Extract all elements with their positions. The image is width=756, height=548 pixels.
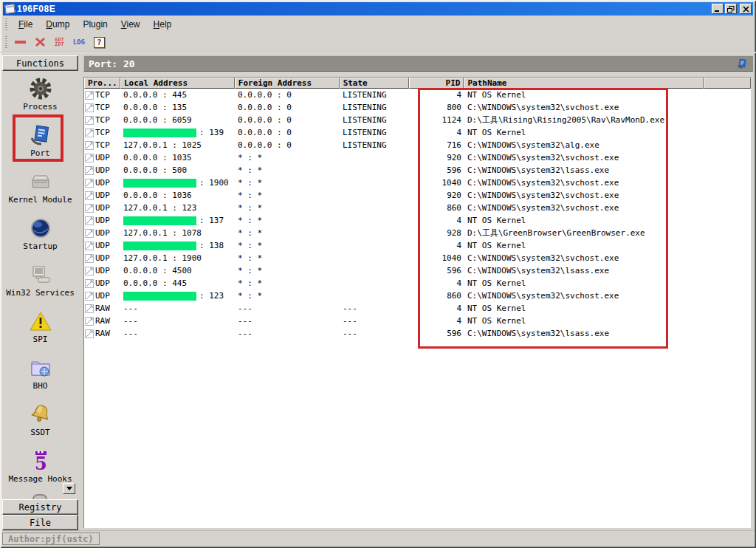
help-button[interactable]: ? [91, 34, 108, 50]
menu-file[interactable]: File [12, 18, 39, 31]
port-panel-icon[interactable] [735, 57, 749, 70]
red-x-icon [35, 37, 46, 47]
cell-pathname: NT OS Kernel [464, 316, 704, 326]
close-icon [743, 6, 749, 13]
cell-local-address: : 123 [120, 291, 235, 301]
table-row[interactable]: UDP0.0.0.0 : 445* : *4NT OS Kernel [84, 277, 751, 290]
cell-pathname: NT OS Kernel [464, 278, 704, 288]
table-row[interactable]: UDP: 137* : *4NT OS Kernel [84, 214, 751, 227]
menu-grip[interactable] [5, 18, 7, 30]
process-icon [29, 77, 52, 100]
column-header-local-address[interactable]: Local Address [120, 78, 235, 89]
cell-local-address: --- [120, 329, 235, 338]
menu-plugin-rest: Plugin [83, 19, 107, 30]
cell-pid: 800 [409, 103, 464, 112]
author-label: Author:pjf(ustc) [2, 532, 100, 545]
socket-icon [85, 242, 94, 250]
table-row[interactable]: TCP0.0.0.0 : 1350.0.0.0 : 0LISTENING800C… [84, 101, 751, 114]
cell-protocol: UDP [84, 153, 120, 162]
table-row[interactable]: UDP127.0.0.1 : 123* : *860C:\WINDOWS\sys… [84, 202, 751, 214]
startup-icon [29, 216, 52, 240]
sidebar-item-kernel-module[interactable]: Kernel Module [2, 167, 78, 213]
cell-local-address: 0.0.0.0 : 445 [120, 90, 235, 100]
menu-help-rest: elp [159, 19, 171, 30]
table-row[interactable]: UDP: 138* : *4NT OS Kernel [84, 239, 751, 252]
cell-protocol: UDP [84, 228, 120, 238]
table-row[interactable]: UDP: 123* : *860C:\WINDOWS\system32\svch… [84, 290, 751, 302]
column-header-state[interactable]: State [340, 78, 409, 89]
column-header-pathname[interactable]: PathName [464, 78, 704, 89]
cell-local-address: 0.0.0.0 : 135 [120, 103, 235, 112]
cell-foreign-address: * : * [235, 203, 340, 213]
column-header-foreign-address[interactable]: Foreign Address [235, 78, 340, 89]
menu-plugin[interactable]: Plugin [76, 18, 114, 31]
table-row[interactable]: UDP0.0.0.0 : 1035* : *920C:\WINDOWS\syst… [84, 151, 751, 164]
registry-button[interactable]: Registry [2, 499, 78, 515]
column-header-protocol[interactable]: Pro... [84, 78, 120, 89]
cell-local-address: : 137 [120, 216, 235, 225]
cell-foreign-address: * : * [235, 241, 340, 250]
cell-foreign-address: * : * [235, 278, 340, 288]
sidebar-scroll-down-button[interactable] [63, 483, 75, 494]
log-button[interactable]: LOG [70, 34, 88, 50]
disconnect-button[interactable] [12, 34, 29, 50]
redacted-ip [123, 216, 196, 225]
sidebar-item-process[interactable]: Process [2, 74, 78, 120]
table-row[interactable]: RAW---------4NT OS Kernel [84, 315, 751, 327]
cell-foreign-address: 0.0.0.0 : 0 [235, 140, 340, 150]
minus-icon [15, 41, 26, 44]
restore-icon [727, 6, 735, 13]
cell-foreign-address: 0.0.0.0 : 0 [235, 115, 340, 125]
minimize-button[interactable] [712, 4, 724, 14]
cell-local-address: 127.0.0.1 : 1900 [120, 253, 235, 263]
table-row[interactable]: RAW---------596C:\WINDOWS\system32\lsass… [84, 327, 751, 340]
cell-pathname: NT OS Kernel [464, 128, 704, 137]
menu-help[interactable]: Help [147, 18, 179, 31]
status-bar: Author:pjf(ustc) [2, 531, 754, 547]
menu-dump[interactable]: Dump [39, 18, 76, 31]
table-row[interactable]: UDP: 1900* : *1040C:\WINDOWS\system32\sv… [84, 177, 751, 189]
cell-pid: 4 [409, 304, 464, 313]
table-row[interactable]: TCP: 1390.0.0.0 : 0LISTENING4NT OS Kerne… [84, 126, 751, 139]
column-header-pid[interactable]: PID [409, 78, 464, 89]
toolbar-grip[interactable] [5, 36, 7, 48]
sidebar-item-spi[interactable]: SPI [2, 306, 78, 353]
close-button[interactable] [740, 4, 752, 14]
cell-pathname: C:\WINDOWS\system32\svchost.exe [464, 178, 704, 188]
cell-state: LISTENING [340, 115, 409, 125]
cell-protocol: UDP [84, 253, 120, 263]
sidebar-item-ssdt[interactable]: SSDT [2, 400, 78, 446]
menu-bar: File Dump Plugin View Help [3, 16, 753, 32]
cell-state: --- [340, 304, 409, 313]
table-row[interactable]: UDP0.0.0.0 : 4500* : *596C:\WINDOWS\syst… [84, 264, 751, 277]
table-row[interactable]: UDP127.0.0.1 : 1078* : *928D:\工具\GreenBr… [84, 227, 751, 239]
file-button[interactable]: File [2, 515, 78, 530]
socket-icon [85, 317, 94, 326]
functions-button[interactable]: Functions [2, 55, 78, 71]
column-header-empty[interactable] [704, 78, 751, 89]
gdt-idt-button[interactable]: GDTIDT [52, 34, 67, 50]
terminate-button[interactable] [32, 34, 49, 50]
table-row[interactable]: UDP0.0.0.0 : 500* : *596C:\WINDOWS\syste… [84, 164, 751, 177]
restore-button[interactable] [725, 4, 737, 14]
cell-pathname: D:\工具\Rising\Rising2005\Rav\RavMonD.exe [464, 114, 704, 126]
table-row[interactable]: UDP127.0.0.1 : 1900* : *1040C:\WINDOWS\s… [84, 252, 751, 264]
table-row[interactable]: RAW---------4NT OS Kernel [84, 302, 751, 315]
cell-pid: 4 [409, 241, 464, 250]
chevron-down-icon [66, 487, 72, 490]
menu-view[interactable]: View [114, 18, 147, 31]
cell-local-address: 127.0.0.1 : 123 [120, 203, 235, 213]
sidebar-item-bho[interactable]: BHO [2, 353, 78, 400]
cell-pid: 596 [409, 329, 464, 338]
cell-protocol: TCP [84, 115, 120, 125]
table-row[interactable]: TCP0.0.0.0 : 4450.0.0.0 : 0LISTENING4NT … [84, 89, 751, 101]
table-row[interactable]: TCP0.0.0.0 : 60590.0.0.0 : 0LISTENING112… [84, 114, 751, 126]
socket-icon [85, 116, 94, 125]
kernel-module-icon [29, 170, 52, 193]
table-header: Pro...Local AddressForeign AddressStateP… [84, 78, 751, 89]
sidebar-item-win32-services[interactable]: Win32 Services [2, 260, 78, 306]
table-row[interactable]: TCP127.0.0.1 : 10250.0.0.0 : 0LISTENING7… [84, 139, 751, 151]
cell-protocol: UDP [84, 241, 120, 250]
table-row[interactable]: UDP0.0.0.0 : 1036* : *920C:\WINDOWS\syst… [84, 189, 751, 202]
sidebar-item-startup[interactable]: Startup [2, 213, 78, 260]
